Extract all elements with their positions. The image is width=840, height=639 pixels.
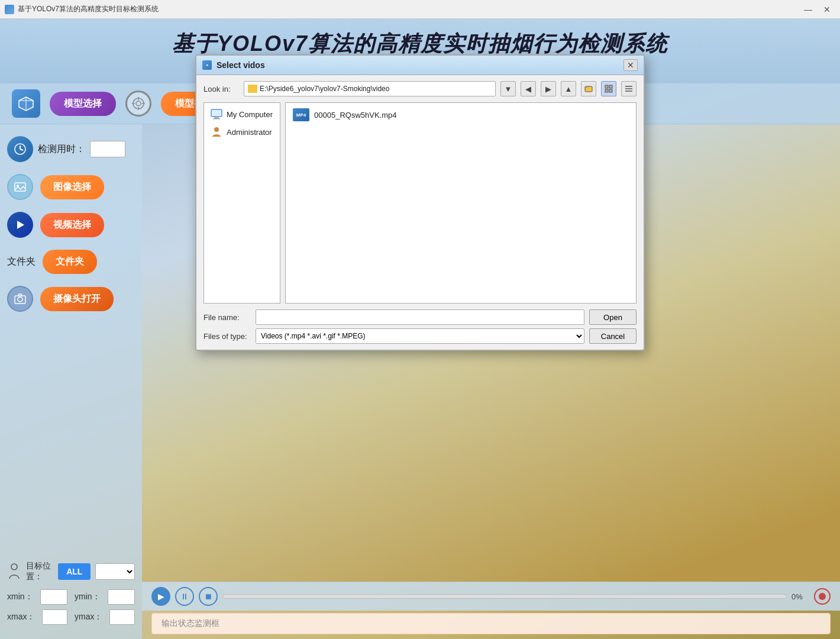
title-bar-left: 基于YOLOv7算法的高精度实时目标检测系统 — [5, 4, 159, 14]
nav-item-mycomputer[interactable]: My Computer — [204, 105, 280, 123]
filename-input[interactable] — [256, 309, 584, 325]
file-item[interactable]: MP4 00005_RQsw5hVK.mp4 — [288, 105, 634, 124]
nav-panel: My Computer Administrator — [203, 102, 280, 304]
filetype-row: Files of type: Videos (*.mp4 *.avi *.gif… — [203, 328, 637, 344]
file-browser: My Computer Administrator — [203, 102, 637, 304]
path-folder-icon — [248, 85, 257, 93]
app-window: 基于YOLOv7算法的高精度实时目标检测系统 — ✕ 基于YOLOv7算法的高精… — [0, 0, 840, 639]
minimize-button[interactable]: — — [800, 3, 816, 16]
title-bar-controls: — ✕ — [800, 3, 835, 16]
nav-forward-btn[interactable]: ▶ — [541, 81, 556, 96]
svg-rect-27 — [214, 117, 219, 118]
lookin-path: E:\Pyside6_yolov7\yolov7-Smoking\video — [244, 81, 496, 96]
svg-rect-28 — [213, 118, 220, 120]
mp4-file-icon: MP4 — [293, 108, 309, 121]
svg-rect-26 — [211, 109, 222, 117]
cancel-button[interactable]: Cancel — [589, 328, 637, 344]
open-button[interactable]: Open — [589, 309, 637, 325]
file-name: 00005_RQsw5hVK.mp4 — [314, 111, 396, 120]
filetype-select[interactable]: Videos (*.mp4 *.avi *.gif *.MPEG) — [256, 328, 584, 344]
svg-rect-22 — [609, 89, 612, 92]
nav-up-btn[interactable]: ▲ — [561, 81, 576, 96]
filename-row: File name: Open — [203, 309, 637, 325]
filename-label: File name: — [203, 313, 251, 322]
lookin-row: Look in: E:\Pyside6_yolov7\yolov7-Smokin… — [203, 81, 637, 96]
dialog-title-bar: ▪ Select vidos ✕ — [196, 56, 644, 75]
lookin-path-text: E:\Pyside6_yolov7\yolov7-Smoking\video — [260, 85, 389, 93]
nav-item-administrator[interactable]: Administrator — [204, 123, 280, 141]
lookin-label: Look in: — [203, 85, 239, 93]
close-button[interactable]: ✕ — [819, 3, 835, 16]
filetype-label: Files of type: — [203, 332, 251, 341]
dialog-bottom: File name: Open Files of type: Videos (*… — [203, 309, 637, 344]
nav-new-folder-btn[interactable] — [581, 81, 596, 96]
svg-rect-20 — [609, 85, 612, 88]
user-icon — [210, 127, 223, 137]
svg-rect-18 — [585, 86, 592, 92]
nav-dropdown-btn[interactable]: ▼ — [500, 81, 516, 96]
dialog-overlay: ▪ Select vidos ✕ Look in: E:\Pyside6_yol… — [0, 19, 840, 639]
nav-back-btn[interactable]: ◀ — [521, 81, 536, 96]
main-content: 基于YOLOv7算法的高精度实时抽烟行为检测系统 CSDN：BestSongC … — [0, 19, 840, 639]
dialog-title-label: Select vidos — [217, 60, 265, 70]
file-panel: MP4 00005_RQsw5hVK.mp4 — [285, 102, 637, 304]
nav-mycomputer-label: My Computer — [227, 110, 273, 119]
file-dialog: ▪ Select vidos ✕ Look in: E:\Pyside6_yol… — [195, 54, 645, 351]
dialog-body: Look in: E:\Pyside6_yolov7\yolov7-Smokin… — [196, 75, 644, 350]
svg-point-29 — [214, 127, 219, 132]
dialog-title-icon: ▪ — [202, 60, 212, 70]
computer-icon — [210, 109, 223, 120]
svg-rect-21 — [605, 89, 608, 92]
dialog-close-button[interactable]: ✕ — [623, 59, 638, 71]
app-title: 基于YOLOv7算法的高精度实时目标检测系统 — [18, 4, 159, 14]
app-icon — [5, 5, 14, 14]
view-list-btn[interactable] — [621, 81, 637, 96]
view-large-btn[interactable] — [601, 81, 616, 96]
title-bar: 基于YOLOv7算法的高精度实时目标检测系统 — ✕ — [0, 0, 840, 19]
dialog-title-text: ▪ Select vidos — [202, 60, 265, 70]
nav-admin-label: Administrator — [227, 128, 272, 137]
svg-rect-19 — [605, 85, 608, 88]
